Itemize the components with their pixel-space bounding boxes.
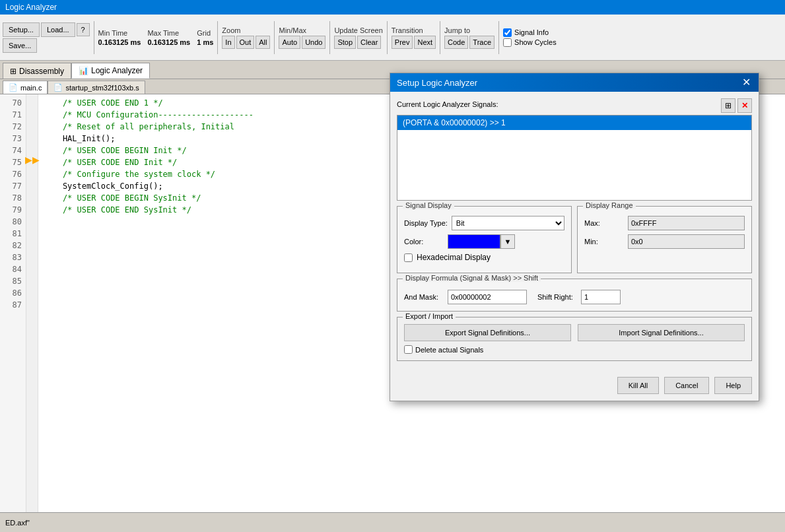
- shift-right-row: Shift Right:: [537, 290, 621, 304]
- export-import-buttons-row: Export Signal Definitions... Import Sign…: [404, 324, 745, 341]
- dialog-body: Current Logic Analyzer Signals: ⊞ ✕ (POR…: [390, 92, 759, 373]
- signal-display-group: Signal Display Display Type: Bit Analog …: [397, 206, 572, 273]
- formula-title: Display Formula (Signal & Mask) >> Shift: [403, 274, 541, 282]
- formula-group: Display Formula (Signal & Mask) >> Shift…: [397, 279, 752, 312]
- min-input[interactable]: [628, 234, 745, 249]
- hexadecimal-label: Hexadecimal Display: [417, 253, 491, 262]
- and-mask-input[interactable]: [448, 290, 527, 304]
- export-import-title: Export / Import: [403, 312, 456, 320]
- signal-list-section: Current Logic Analyzer Signals: ⊞ ✕ (POR…: [397, 98, 752, 201]
- delete-signals-row: Delete actual Signals: [404, 345, 745, 354]
- signal-display-title: Signal Display: [403, 201, 454, 209]
- dialog-close-button[interactable]: ✕: [741, 77, 752, 88]
- signal-list-header: Current Logic Analyzer Signals: ⊞ ✕: [397, 98, 752, 113]
- max-input[interactable]: [628, 216, 745, 230]
- dialog-title-bar: Setup Logic Analyzer ✕: [390, 73, 759, 92]
- shift-right-input[interactable]: [581, 290, 621, 304]
- add-signal-button[interactable]: ⊞: [721, 98, 735, 113]
- killall-button[interactable]: Kill All: [617, 377, 659, 394]
- and-mask-row: And Mask:: [404, 290, 527, 304]
- remove-signal-button[interactable]: ✕: [737, 98, 752, 113]
- signal-list[interactable]: (PORTA & 0x00000002) >> 1: [397, 115, 752, 201]
- color-label: Color:: [404, 238, 444, 246]
- display-type-label: Display Type:: [404, 219, 448, 227]
- delete-signals-checkbox[interactable]: [404, 345, 413, 354]
- signal-list-item[interactable]: (PORTA & 0x00000002) >> 1: [397, 116, 751, 130]
- modal-overlay: Setup Logic Analyzer ✕ Current Logic Ana…: [0, 0, 785, 532]
- max-label: Max:: [584, 219, 624, 227]
- hexadecimal-row: Hexadecimal Display: [404, 253, 564, 262]
- and-mask-label: And Mask:: [404, 293, 444, 301]
- display-type-row: Display Type: Bit Analog Hex: [404, 216, 564, 230]
- color-row: Color: ▼: [404, 234, 564, 249]
- help-dialog-button[interactable]: Help: [714, 377, 752, 394]
- import-button[interactable]: Import Signal Definitions...: [578, 324, 745, 341]
- max-row: Max:: [584, 216, 745, 230]
- min-label: Min:: [584, 238, 624, 246]
- shift-right-label: Shift Right:: [537, 293, 577, 301]
- color-swatch[interactable]: [448, 234, 500, 249]
- signals-label: Current Logic Analyzer Signals:: [397, 100, 498, 108]
- display-type-select[interactable]: Bit Analog Hex: [452, 216, 564, 230]
- hexadecimal-checkbox[interactable]: [404, 253, 413, 262]
- dialog-title: Setup Logic Analyzer: [397, 78, 477, 88]
- dialog-setup-logic-analyzer: Setup Logic Analyzer ✕ Current Logic Ana…: [390, 73, 759, 401]
- delete-signals-label: Delete actual Signals: [415, 346, 483, 354]
- color-dropdown-button[interactable]: ▼: [500, 234, 515, 249]
- export-button[interactable]: Export Signal Definitions...: [404, 324, 571, 341]
- signal-toolbar: ⊞ ✕: [721, 98, 752, 113]
- two-col-layout: Signal Display Display Type: Bit Analog …: [397, 206, 752, 273]
- display-range-title: Display Range: [583, 201, 636, 209]
- export-import-group: Export / Import Export Signal Definition…: [397, 317, 752, 361]
- display-range-group: Display Range Max: Min:: [577, 206, 752, 273]
- dialog-footer: Kill All Cancel Help: [390, 373, 759, 401]
- min-row: Min:: [584, 234, 745, 249]
- cancel-button[interactable]: Cancel: [664, 377, 709, 394]
